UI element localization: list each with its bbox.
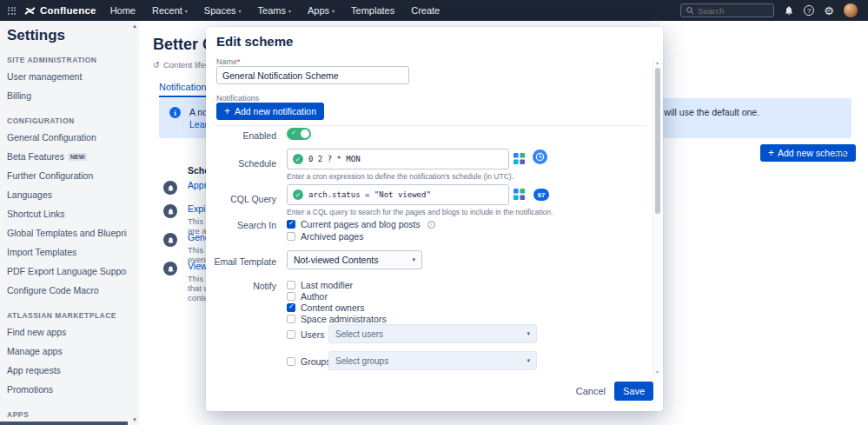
cql-query-value: arch.status = "Not viewed" [308,190,431,199]
scroll-down-icon[interactable]: ▼ [655,369,659,375]
topbar-right-group: ? ⚙ [680,3,858,17]
app-switcher-icon[interactable] [8,7,16,15]
divider [215,125,646,126]
checkbox-author[interactable] [287,292,295,301]
sidebar-scroll-up-icon[interactable]: ▲ [132,23,137,29]
select-groups[interactable]: Select groups ▾ [328,351,537,370]
sidebar-item-global-templates[interactable]: Global Templates and Blueprints [7,223,127,242]
checkbox-label: Last modifier [301,280,353,290]
sidebar-section-header: APPS [7,410,127,419]
save-button[interactable]: Save [614,382,653,401]
cql-query-input[interactable]: arch.status = "Not viewed" [287,184,509,205]
sidebar-item-beta-features[interactable]: Beta FeaturesNEW [7,147,127,166]
select-users-placeholder: Select users [335,329,383,339]
enabled-toggle[interactable] [287,128,311,140]
groups-row: Groups [287,356,330,367]
chevron-down-icon: ▾ [412,256,415,263]
sidebar-item-app-requests[interactable]: App requests [7,361,127,380]
add-notification-label: Add new notification [235,106,316,116]
sidebar-item-promotions[interactable]: Promotions [7,380,127,399]
chevron-down-icon: ▾ [332,8,335,14]
checkbox-label: Groups [301,356,330,367]
primary-nav: Home Recent▾ Spaces▾ Teams▾ Apps▾ Templa… [110,5,441,16]
email-template-select[interactable]: Not-viewed Contents ▾ [287,250,422,269]
name-field-label: Name* [216,57,241,66]
checkbox-space-administrators[interactable] [287,315,295,323]
search-input[interactable] [698,6,767,16]
sidebar-item-configure-code-macro[interactable]: Configure Code Macro [7,281,127,300]
nav-apps[interactable]: Apps▾ [308,5,335,16]
sidebar-title: Settings [7,27,127,44]
checkbox-current-pages[interactable] [287,220,295,229]
new-badge: NEW [68,153,87,161]
name-label-text: Name [216,57,237,66]
nav-home[interactable]: Home [110,5,136,16]
notification-scheme-icon [163,181,177,195]
more-actions-button[interactable]: ••• [835,144,847,162]
global-search[interactable] [680,3,774,17]
cql-builder-icon[interactable] [514,189,525,200]
sidebar-item-further-configuration[interactable]: Further Configuration [7,166,127,185]
valid-check-icon [293,189,303,200]
sidebar-section-header: ATLASSIAN MARKETPLACE [7,311,127,320]
checkbox-label: Author [301,291,328,302]
cron-builder-icon[interactable] [514,153,525,164]
sidebar-item-pdf-export-language[interactable]: PDF Export Language Support [7,262,127,281]
add-new-notification-button[interactable]: + Add new notification [216,103,324,120]
gear-icon[interactable]: ⚙ [824,5,834,17]
info-icon[interactable]: i [427,221,435,229]
cql-help-text: Enter a CQL query to search for the page… [287,208,553,216]
checkbox-users[interactable] [287,330,295,339]
nav-recent[interactable]: Recent▾ [152,5,188,16]
sidebar-item-general-configuration[interactable]: General Configuration [7,128,127,147]
checkbox-last-modifier[interactable] [287,281,295,289]
sidebar-item-manage-apps[interactable]: Manage apps [7,342,127,361]
sidebar-item-find-new-apps[interactable]: Find new apps [7,322,127,342]
confluence-logo[interactable]: Confluence [24,5,96,17]
nav-label: Recent [152,5,182,16]
scheme-name-input[interactable] [216,66,409,84]
sidebar-scroll-down-icon[interactable]: ▼ [132,417,137,422]
select-users[interactable]: Select users ▾ [328,324,537,343]
checkbox-label: Current pages and blog posts [301,219,421,229]
search-option-row: Current pages and blog posts i [287,219,435,229]
notification-scheme-icon [163,204,177,218]
checkbox-archived-pages[interactable] [287,232,295,241]
sidebar-item-billing[interactable]: Billing [7,86,127,105]
sidebar-item-better-content-archiving[interactable]: Better Content Archiving [0,422,128,425]
nav-label: Templates [351,5,394,16]
chevron-down-icon: ▾ [239,8,242,14]
settings-sidebar: Settings SITE ADMINISTRATION User manage… [0,21,139,425]
sidebar-item-import-templates[interactable]: Import Templates [7,242,127,262]
match-count-badge[interactable]: 97 [533,189,549,201]
cql-label: CQL Query [206,194,276,204]
nav-spaces[interactable]: Spaces▾ [204,5,242,16]
checkbox-groups[interactable] [287,357,295,366]
valid-check-icon [293,154,303,164]
scrollbar-thumb[interactable] [655,68,660,214]
sidebar-item-shortcut-links[interactable]: Shortcut Links [7,204,127,223]
schedule-preview-clock-icon[interactable] [533,149,547,164]
sidebar-item-languages[interactable]: Languages [7,185,127,204]
sidebar-section-header: CONFIGURATION [7,116,127,125]
help-icon[interactable]: ? [804,5,814,16]
dialog-title: Edit scheme [216,34,293,49]
nav-teams[interactable]: Teams▾ [258,5,291,16]
confluence-logo-icon [24,5,36,17]
notifications-bell-icon[interactable] [784,5,794,16]
notify-option-row: Content owners [287,302,365,313]
cancel-button[interactable]: Cancel [576,386,606,396]
chevron-down-icon: ▾ [527,330,530,337]
product-name: Confluence [40,5,96,16]
sidebar-item-user-management[interactable]: User management [7,67,127,86]
schedule-input[interactable]: 0 2 ? * MON [287,149,509,169]
notification-scheme-icon [163,233,177,247]
sidebar-section-header: SITE ADMINISTRATION [7,56,127,64]
dialog-scrollbar[interactable]: ▲ ▼ [653,58,661,376]
checkbox-content-owners[interactable] [287,303,295,312]
scroll-up-icon[interactable]: ▲ [655,60,659,65]
checkbox-label: Users [301,329,324,340]
nav-templates[interactable]: Templates [351,5,394,16]
nav-create[interactable]: Create [411,5,440,16]
user-avatar[interactable] [844,3,858,17]
